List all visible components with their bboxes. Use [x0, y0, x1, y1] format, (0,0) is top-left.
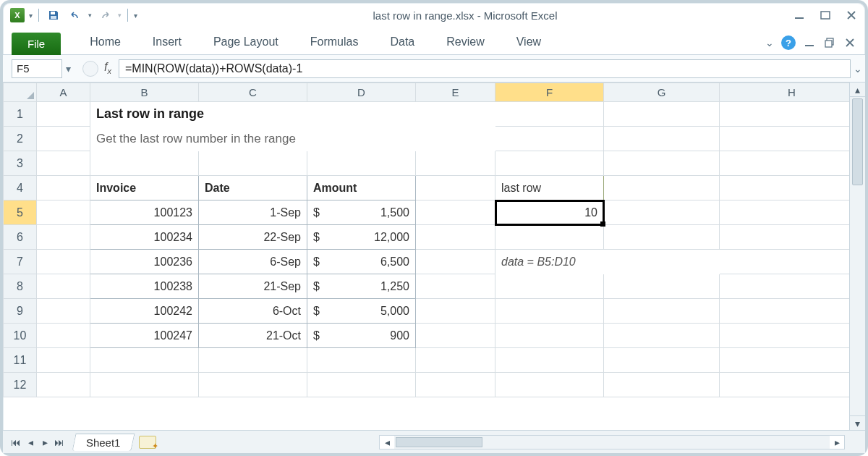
cell[interactable]	[495, 102, 604, 127]
cell[interactable]	[37, 274, 90, 299]
workbook-restore-button[interactable]	[823, 38, 836, 48]
sheet-nav-next-icon[interactable]: ▸	[38, 435, 52, 449]
cell[interactable]: Get the last row number in the range	[90, 127, 495, 151]
cell[interactable]	[199, 373, 307, 397]
date-cell[interactable]: 6-Oct	[199, 299, 307, 324]
cell[interactable]	[604, 274, 720, 299]
select-all-corner[interactable]	[4, 83, 37, 102]
invoice-cell[interactable]: 100236	[90, 250, 199, 274]
new-sheet-button[interactable]	[139, 436, 156, 449]
workbook-minimize-button[interactable]	[803, 38, 816, 48]
scroll-down-icon[interactable]: ▾	[850, 415, 865, 430]
hscroll-track[interactable]	[394, 436, 830, 449]
cell[interactable]	[604, 324, 720, 348]
row-header-4[interactable]: 4	[4, 176, 37, 200]
worksheet-grid[interactable]: A B C D E F G H 1Last row in range2Get t…	[3, 83, 865, 430]
excel-icon[interactable]: X	[10, 8, 25, 22]
tab-insert[interactable]: Insert	[150, 31, 184, 54]
qat-dropdown-icon[interactable]: ▾	[29, 12, 33, 20]
lastrow-label[interactable]: last row	[495, 176, 604, 200]
cell[interactable]	[37, 324, 90, 348]
col-header-F[interactable]: F	[495, 83, 604, 102]
amount-cell[interactable]: $1,500	[307, 200, 416, 225]
redo-dropdown-icon[interactable]: ▾	[118, 12, 122, 19]
cell[interactable]	[720, 225, 864, 250]
scroll-right-icon[interactable]: ▸	[830, 436, 844, 449]
cell[interactable]	[720, 299, 864, 324]
row-header-12[interactable]: 12	[4, 373, 37, 397]
cell[interactable]	[416, 373, 495, 397]
sheet-nav-last-icon[interactable]: ⏭	[52, 435, 67, 449]
cell[interactable]	[37, 373, 90, 397]
col-header-G[interactable]: G	[604, 83, 720, 102]
cell[interactable]	[37, 151, 90, 176]
tab-data[interactable]: Data	[387, 31, 417, 54]
col-header-E[interactable]: E	[416, 83, 495, 102]
horizontal-scrollbar[interactable]: ◂ ▸	[379, 435, 845, 449]
row-header-2[interactable]: 2	[4, 127, 37, 151]
cell[interactable]	[199, 151, 307, 176]
amount-cell[interactable]: $1,250	[307, 274, 416, 299]
date-cell[interactable]: 22-Sep	[199, 225, 307, 250]
table-header-amount[interactable]: Amount	[307, 176, 416, 200]
tab-page-layout[interactable]: Page Layout	[210, 31, 281, 54]
cell[interactable]: Last row in range	[90, 102, 495, 127]
row-header-11[interactable]: 11	[4, 348, 37, 373]
cell[interactable]	[37, 102, 90, 127]
scroll-thumb[interactable]	[852, 98, 863, 185]
cell[interactable]	[416, 225, 495, 250]
cell[interactable]	[604, 176, 720, 200]
cell[interactable]	[199, 348, 307, 373]
cell[interactable]	[604, 299, 720, 324]
minimize-button[interactable]	[793, 10, 806, 20]
cell[interactable]	[604, 200, 720, 225]
cell[interactable]	[495, 299, 604, 324]
cell[interactable]	[720, 373, 864, 397]
amount-cell[interactable]: $12,000	[307, 225, 416, 250]
cell[interactable]	[720, 274, 864, 299]
cell[interactable]	[720, 324, 864, 348]
cell[interactable]	[604, 348, 720, 373]
tab-formulas[interactable]: Formulas	[307, 31, 362, 54]
table-header-invoice[interactable]: Invoice	[90, 176, 199, 200]
cell[interactable]	[37, 299, 90, 324]
row-header-1[interactable]: 1	[4, 102, 37, 127]
col-header-A[interactable]: A	[37, 83, 90, 102]
cell[interactable]	[720, 176, 864, 200]
row-header-3[interactable]: 3	[4, 151, 37, 176]
col-header-H[interactable]: H	[720, 83, 864, 102]
cell[interactable]	[495, 373, 604, 397]
cell[interactable]	[495, 225, 604, 250]
cell[interactable]	[416, 200, 495, 225]
cell[interactable]	[495, 348, 604, 373]
invoice-cell[interactable]: 100247	[90, 324, 199, 348]
cell[interactable]	[495, 127, 604, 151]
date-cell[interactable]: 1-Sep	[199, 200, 307, 225]
cell[interactable]	[604, 151, 720, 176]
cell[interactable]	[720, 348, 864, 373]
help-icon[interactable]: ?	[781, 35, 796, 50]
date-cell[interactable]: 21-Oct	[199, 324, 307, 348]
invoice-cell[interactable]: 100238	[90, 274, 199, 299]
cell[interactable]	[90, 348, 199, 373]
tab-home[interactable]: Home	[87, 31, 124, 54]
row-header-10[interactable]: 10	[4, 324, 37, 348]
row-header-7[interactable]: 7	[4, 250, 37, 274]
cell[interactable]	[416, 151, 495, 176]
cell[interactable]	[37, 250, 90, 274]
expand-formula-bar-icon[interactable]: ⌄	[851, 63, 865, 75]
date-cell[interactable]: 6-Sep	[199, 250, 307, 274]
save-button[interactable]	[45, 7, 62, 24]
cell[interactable]	[416, 299, 495, 324]
minimize-ribbon-icon[interactable]: ⌄	[765, 37, 774, 48]
cell[interactable]	[416, 348, 495, 373]
scroll-left-icon[interactable]: ◂	[380, 436, 394, 449]
name-box[interactable]: F5	[12, 59, 62, 78]
redo-button[interactable]	[96, 7, 114, 24]
col-header-C[interactable]: C	[199, 83, 307, 102]
formula-bar[interactable]: =MIN(ROW(data))+ROWS(data)-1	[119, 59, 851, 78]
row-header-6[interactable]: 6	[4, 225, 37, 250]
maximize-button[interactable]	[819, 10, 832, 20]
cell[interactable]	[37, 348, 90, 373]
cell[interactable]	[90, 373, 199, 397]
